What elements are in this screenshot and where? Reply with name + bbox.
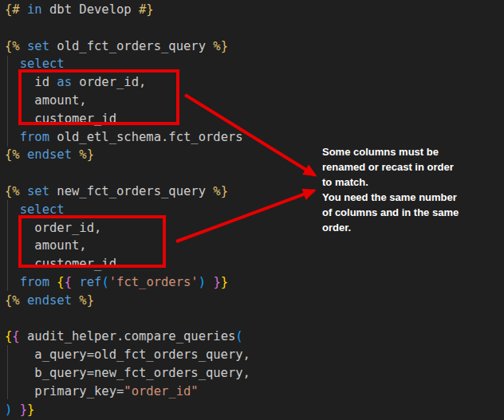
code-line[interactable]: {% set old_fct_orders_query %} <box>5 37 250 56</box>
code-line[interactable]: {# in dbt Develop #} <box>5 1 250 19</box>
code-token: %} <box>72 293 94 308</box>
code-token <box>5 275 20 289</box>
code-token: endset <box>27 293 72 308</box>
code-token: set <box>27 39 49 53</box>
code-token: } <box>221 275 228 289</box>
code-token <box>72 275 79 289</box>
code-token: %} <box>213 39 228 53</box>
code-token: a_query=old_fct_orders_query, <box>5 347 250 362</box>
editor-screenshot: {# in dbt Develop #} {% set old_fct_orde… <box>0 0 504 420</box>
code-token: "order_id" <box>124 384 198 398</box>
code-line[interactable] <box>5 19 250 37</box>
annotation-note: Some columns must be renamed or recast i… <box>322 144 502 235</box>
code-token: audit_helper.compare_queries <box>20 329 236 343</box>
code-token: ) <box>5 402 12 417</box>
code-line[interactable]: from {{ ref('fct_orders') }} <box>5 273 250 292</box>
code-token: endset <box>27 147 72 162</box>
code-token: {% <box>5 293 27 308</box>
code-token: ( <box>101 275 108 289</box>
code-token: {% <box>5 184 27 198</box>
code-token: from <box>20 275 49 289</box>
code-line[interactable]: b_query=new_fct_orders_query, <box>5 364 250 383</box>
code-token: ) <box>199 275 206 289</box>
code-line[interactable] <box>5 310 250 328</box>
code-token: {% <box>5 147 27 162</box>
code-token <box>12 402 19 417</box>
code-token: dbt Develop <box>42 2 139 17</box>
code-editor[interactable]: {# in dbt Develop #} {% set old_fct_orde… <box>5 1 250 418</box>
code-token: b_query=new_fct_orders_query, <box>5 366 250 380</box>
code-token: set <box>27 184 49 198</box>
code-token: ( <box>235 329 242 343</box>
code-token: new_fct_orders_query <box>49 184 213 198</box>
code-token <box>49 275 57 289</box>
code-token: } <box>27 402 34 417</box>
code-line[interactable]: primary_key="order_id" <box>5 383 250 401</box>
code-line[interactable]: {{ audit_helper.compare_queries( <box>5 328 250 346</box>
code-line[interactable]: {% endset %} <box>5 292 250 310</box>
code-token: } <box>213 275 220 289</box>
code-line[interactable]: {% endset %} <box>5 146 250 164</box>
code-token <box>5 57 20 71</box>
code-line[interactable]: a_query=old_fct_orders_query, <box>5 346 250 364</box>
code-token: from <box>20 130 49 144</box>
code-token: in <box>27 2 42 17</box>
code-token: #} <box>139 2 154 17</box>
code-token: { <box>5 329 12 343</box>
code-token: { <box>65 275 72 289</box>
code-line[interactable]: from old_etl_schema.fct_orders <box>5 128 250 147</box>
code-line[interactable] <box>5 164 250 183</box>
code-token: {% <box>5 39 27 53</box>
highlight-box-new-columns <box>18 215 166 268</box>
code-token: { <box>57 275 64 289</box>
code-line[interactable]: ) }} <box>5 401 250 419</box>
code-line[interactable]: {% set new_fct_orders_query %} <box>5 183 250 201</box>
code-token: old_fct_orders_query <box>49 39 213 53</box>
code-token: {# <box>5 2 27 17</box>
code-token <box>5 202 20 217</box>
highlight-box-old-columns <box>18 69 179 125</box>
code-token <box>206 275 213 289</box>
code-token: ref <box>79 275 101 289</box>
code-token: 'fct_orders' <box>109 275 199 289</box>
code-token: old_etl_schema.fct_orders <box>49 130 243 144</box>
code-token: } <box>20 402 27 417</box>
code-token: %} <box>213 184 228 198</box>
code-token: primary_key= <box>5 384 124 398</box>
code-token: %} <box>72 147 94 162</box>
code-token <box>5 130 20 144</box>
code-token: { <box>12 329 19 343</box>
